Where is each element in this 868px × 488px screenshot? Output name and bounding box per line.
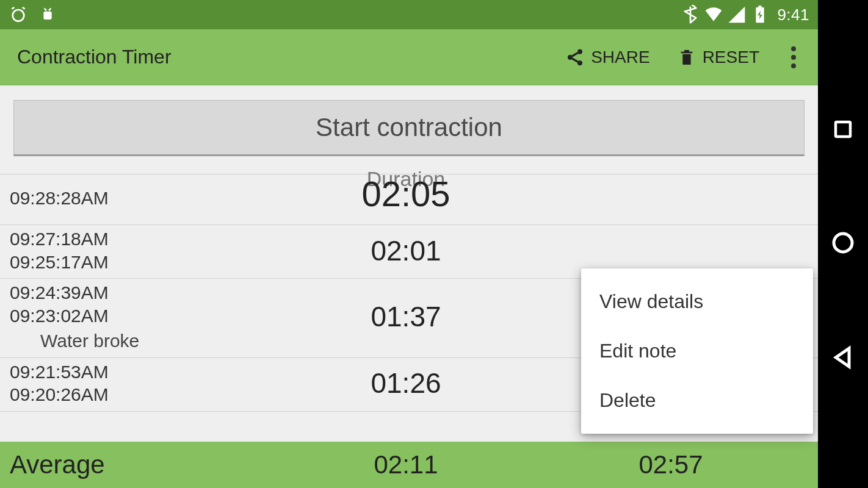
- svg-point-7: [568, 55, 573, 60]
- status-left-icons: [9, 5, 57, 24]
- app-bar: Contraction Timer SHARE RESET: [0, 29, 818, 85]
- app-screen: 9:41 Contraction Timer SHARE RESET Start…: [0, 0, 818, 488]
- reset-label: RESET: [703, 48, 759, 67]
- bluetooth-icon: [681, 5, 700, 24]
- share-label: SHARE: [591, 48, 649, 67]
- status-right-icons: 9:41: [681, 5, 809, 24]
- row-time-end: 09:24:39AM: [10, 281, 242, 304]
- average-frequency: 02:57: [570, 450, 772, 479]
- share-button[interactable]: SHARE: [565, 48, 649, 67]
- average-duration: 02:11: [242, 450, 570, 479]
- share-icon: [565, 48, 585, 67]
- svg-rect-9: [836, 122, 850, 137]
- start-label: Start contraction: [316, 113, 502, 142]
- row-time-end: 09:27:18AM: [10, 228, 242, 251]
- wifi-icon: [704, 5, 723, 24]
- signal-icon: [727, 5, 747, 24]
- context-menu: View details Edit note Delete: [581, 268, 813, 434]
- average-label: Average: [10, 450, 242, 479]
- menu-view-details[interactable]: View details: [581, 277, 813, 326]
- app-actions: SHARE RESET: [565, 41, 801, 73]
- row-duration: 01:26: [242, 367, 570, 400]
- menu-delete[interactable]: Delete: [581, 376, 813, 425]
- trash-icon: [677, 48, 696, 67]
- menu-edit-note[interactable]: Edit note: [581, 326, 813, 376]
- reset-button[interactable]: RESET: [677, 48, 759, 67]
- row-time-start: 09:25:17AM: [10, 251, 242, 274]
- svg-point-0: [13, 10, 24, 21]
- row-duration: 02:01: [242, 234, 570, 267]
- start-contraction-button[interactable]: Start contraction: [13, 100, 805, 156]
- app-title: Contraction Timer: [17, 46, 172, 68]
- nav-back-icon[interactable]: [831, 345, 855, 370]
- nav-recent-icon[interactable]: [832, 118, 854, 140]
- alarm-icon: [9, 5, 28, 24]
- status-clock: 9:41: [777, 5, 809, 24]
- nav-home-icon[interactable]: [831, 231, 855, 255]
- row-time-start: 09:23:02AM: [10, 304, 242, 328]
- average-row: Average 02:11 02:57: [0, 442, 818, 488]
- row-time-end: 09:21:53AM: [10, 361, 242, 384]
- system-nav-bar: [818, 0, 868, 488]
- status-bar: 9:41: [0, 0, 818, 29]
- row-note: Water broke: [10, 327, 242, 353]
- overflow-menu-button[interactable]: [786, 41, 801, 73]
- row-duration: 02:05: [242, 173, 570, 214]
- svg-rect-1: [43, 12, 51, 20]
- battery-charging-icon: [750, 5, 770, 24]
- android-icon: [38, 5, 57, 24]
- svg-rect-5: [759, 5, 762, 8]
- svg-point-10: [834, 234, 852, 252]
- svg-point-8: [577, 60, 582, 65]
- row-time-start: 09:20:26AM: [10, 383, 242, 406]
- svg-point-6: [577, 49, 582, 54]
- content-area: Start contraction Duration 09:28:28AM 02…: [0, 85, 818, 488]
- row-time-end: 09:28:28AM: [10, 187, 242, 210]
- row-duration: 01:37: [242, 300, 570, 333]
